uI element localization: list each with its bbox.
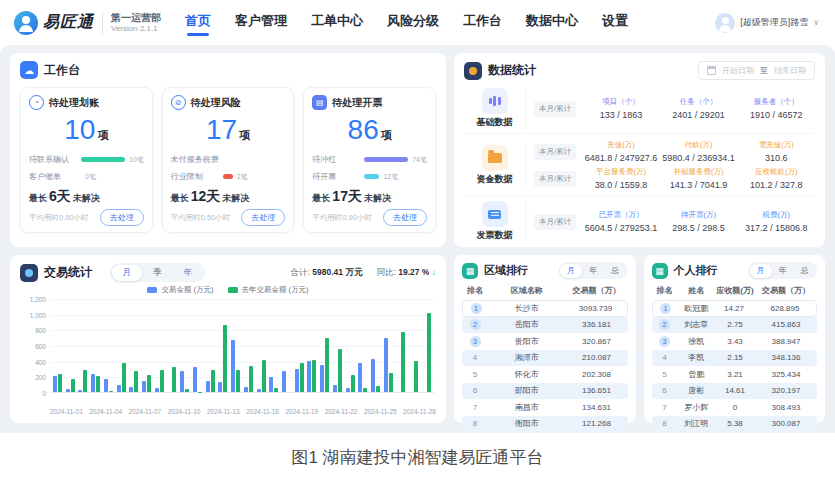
rank-table-row[interactable]: 2刘志章2.75415.863 — [652, 317, 818, 334]
header-divider — [102, 12, 103, 34]
bar-group[interactable] — [91, 374, 100, 392]
bar-group[interactable] — [231, 340, 240, 392]
bar-group[interactable] — [371, 359, 380, 392]
bar-group[interactable] — [66, 379, 75, 392]
start-date-input[interactable]: 开始日期 — [722, 65, 754, 76]
bar-group[interactable] — [78, 370, 87, 392]
data-stats-panel: 数据统计 开始日期 至 结束日期 基础数据本月/累计项目（个）133 / 186… — [454, 53, 825, 247]
region-tab-月[interactable]: 月 — [560, 264, 582, 278]
rank-badge: 3 — [470, 336, 481, 347]
region-tab-总[interactable]: 总 — [604, 264, 626, 278]
progress-value: 10笔 — [129, 155, 144, 165]
nav-item-工单中心[interactable]: 工单中心 — [311, 8, 363, 38]
bar-group[interactable] — [129, 371, 138, 392]
bar-group[interactable] — [206, 370, 215, 392]
legend-item: 交易金额 (万元) — [147, 285, 213, 295]
rank-table-row[interactable]: 6唐彬14.61320.197 — [652, 383, 818, 400]
x-tick-label: 2024-11-16 — [246, 408, 279, 415]
bar-group[interactable] — [104, 379, 113, 392]
rank-badge: 1 — [471, 303, 482, 314]
region-tab-年[interactable]: 年 — [582, 264, 604, 278]
rank-table-row[interactable]: 4湘潭市210.087 — [462, 350, 628, 367]
stat-metric-value: 310.6 — [737, 153, 815, 163]
pending-unit: 项 — [381, 129, 392, 141]
rank-table-row[interactable]: 8刘江明5.38300.087 — [652, 416, 818, 433]
personal-tab-总[interactable]: 总 — [794, 264, 816, 278]
bar-group[interactable] — [117, 363, 126, 392]
rank-table-row[interactable]: 3徐凯3.43388.947 — [652, 333, 818, 350]
rank-table-row[interactable]: 5怀化市202.308 — [462, 366, 628, 383]
rank-table-row[interactable]: 6邵阳市136.651 — [462, 383, 628, 400]
nav-item-首页[interactable]: 首页 — [185, 8, 211, 38]
nav-item-设置[interactable]: 设置 — [602, 8, 628, 38]
transactions-tab-季[interactable]: 季 — [142, 265, 173, 281]
rank-table-row[interactable]: 3贵阳市320.867 — [462, 333, 628, 350]
current-bar — [257, 389, 261, 392]
rank-table-row[interactable]: 7南昌市134.631 — [462, 399, 628, 416]
bar-group[interactable] — [346, 375, 355, 392]
nav-item-工作台[interactable]: 工作台 — [463, 8, 502, 38]
rank-table-row[interactable]: 1长沙市3093.739 — [462, 300, 628, 317]
go-handle-button[interactable]: 去处理 — [383, 209, 427, 226]
personal-tab-月[interactable]: 月 — [750, 264, 772, 278]
rank-name: 湘潭市 — [488, 352, 566, 363]
bar-group[interactable] — [142, 375, 151, 392]
bar-group[interactable] — [333, 349, 342, 392]
rank-table-row[interactable]: 1欧冠鹏14.27628.895 — [652, 300, 818, 317]
personal-tab-年[interactable]: 年 — [772, 264, 794, 278]
bar-group[interactable] — [193, 367, 202, 392]
nav-item-数据中心[interactable]: 数据中心 — [526, 8, 578, 38]
stat-metric: 项目（个）133 / 1863 — [582, 97, 660, 120]
bar-group[interactable] — [422, 313, 431, 392]
y-tick-label: 1,000 — [30, 311, 46, 318]
bar-group[interactable] — [167, 367, 176, 392]
rank-table-row[interactable]: 2岳阳市336.181 — [462, 317, 628, 334]
transactions-tab-年[interactable]: 年 — [173, 265, 204, 281]
transactions-period-tabs: 月季年 — [110, 263, 205, 282]
end-date-input[interactable]: 结束日期 — [774, 65, 806, 76]
user-menu[interactable]: [超级管理员]路雪 ∨ — [715, 13, 819, 33]
app-logo-text: 易匠通 — [43, 12, 94, 33]
bar-group[interactable] — [409, 361, 418, 392]
stat-metric-value: 101.2 / 327.8 — [737, 180, 815, 190]
rank-number: 8 — [473, 419, 477, 428]
transactions-title: 交易统计 — [44, 264, 92, 281]
bar-group[interactable] — [53, 374, 62, 392]
rank-table-row[interactable]: 8衡阳市121.268 — [462, 416, 628, 433]
x-tick-label: 2024-11-25 — [364, 408, 397, 415]
bar-group[interactable] — [244, 366, 253, 392]
rank-table-row[interactable]: 4李凯2.15348.136 — [652, 350, 818, 367]
rank-table-row[interactable]: 5曾鹏3.21325.434 — [652, 366, 818, 383]
transactions-tab-月[interactable]: 月 — [112, 265, 143, 281]
stat-metric: 需充值(万)310.6 — [737, 140, 815, 163]
rank-name: 唐彬 — [678, 385, 716, 396]
bar-group[interactable] — [384, 338, 393, 392]
bar-group[interactable] — [257, 360, 266, 393]
rank-col-header: 姓名 — [678, 285, 716, 296]
bar-group[interactable] — [180, 371, 189, 392]
rank-badge: 1 — [660, 303, 671, 314]
workbench-icon: ☁ — [20, 61, 38, 79]
date-range-picker[interactable]: 开始日期 至 结束日期 — [698, 61, 815, 80]
bar-group[interactable] — [282, 371, 291, 392]
bar-group[interactable] — [218, 325, 227, 392]
current-bar — [269, 377, 273, 392]
bar-group[interactable] — [155, 370, 164, 392]
nav-item-风险分级[interactable]: 风险分级 — [387, 8, 439, 38]
bar-group[interactable] — [307, 360, 316, 392]
bar-group[interactable] — [358, 363, 367, 392]
stat-metric-value: 133 / 1863 — [582, 110, 660, 120]
go-handle-button[interactable]: 去处理 — [241, 209, 285, 226]
current-bar — [206, 381, 210, 392]
stat-metric-value: 2401 / 29201 — [660, 110, 738, 120]
rank-receivable: 14.61 — [715, 386, 755, 395]
bar-group[interactable] — [295, 363, 304, 392]
rank-table-row[interactable]: 7罗小辉0308.493 — [652, 399, 818, 416]
go-handle-button[interactable]: 去处理 — [100, 209, 144, 226]
bar-group[interactable] — [320, 338, 329, 392]
last-year-bar — [236, 370, 240, 392]
rank-amount: 388.947 — [755, 337, 817, 346]
bar-group[interactable] — [396, 332, 405, 392]
bar-group[interactable] — [269, 377, 278, 392]
nav-item-客户管理[interactable]: 客户管理 — [235, 8, 287, 38]
